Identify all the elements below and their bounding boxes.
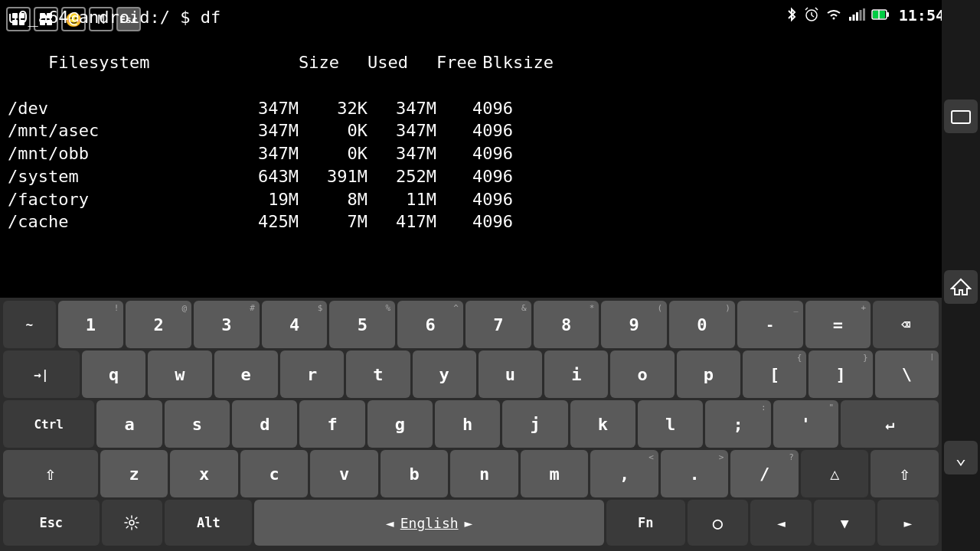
terminal-data-row-5: /cache425M7M417M4096	[8, 210, 934, 233]
col-blksize-header: Blksize	[477, 51, 554, 74]
key-backslash[interactable]: |\	[875, 350, 939, 398]
keyboard-row-bottom: Esc Alt ◄ English ► Fn ○ ◄ ▼ ►	[3, 500, 939, 546]
terminal-data-row-3: /system643M391M252M4096	[8, 165, 934, 188]
key-6[interactable]: ^6	[397, 301, 463, 348]
key-settings[interactable]	[102, 500, 163, 546]
key-l[interactable]: l	[638, 400, 703, 448]
key-7[interactable]: &7	[466, 301, 531, 348]
home-btn[interactable]	[944, 270, 978, 304]
key-p[interactable]: p	[677, 350, 740, 398]
key-q[interactable]: q	[82, 350, 145, 398]
key-y[interactable]: y	[413, 350, 476, 398]
lang-arrow-right[interactable]: ►	[465, 515, 473, 531]
key-3[interactable]: #3	[194, 301, 260, 348]
terminal-output[interactable]: u0_a64@android:/ $ df FilesystemSizeUsed…	[0, 0, 942, 230]
key-j[interactable]: j	[502, 400, 567, 448]
key-4[interactable]: $4	[262, 301, 328, 348]
key-i[interactable]: i	[544, 350, 608, 398]
key-period[interactable]: >.	[661, 450, 729, 497]
svg-rect-22	[952, 111, 970, 123]
terminal-data-row-4: /factory19M8M11M4096	[8, 188, 934, 211]
terminal-data-row-1: /mnt/asec347M0K347M4096	[8, 119, 934, 142]
keyboard-row-asdf: Ctrl a s d f g h j k l :; "' ↵	[3, 400, 939, 448]
key-lbracket[interactable]: {[	[743, 350, 806, 398]
key-1[interactable]: !1	[58, 301, 124, 348]
key-m[interactable]: m	[521, 450, 589, 497]
svg-marker-23	[952, 279, 970, 295]
key-a[interactable]: a	[96, 400, 162, 448]
key-tab[interactable]: →|	[3, 350, 80, 398]
terminal-data-row-2: /mnt/obb347M0K347M4096	[8, 142, 934, 165]
key-w[interactable]: w	[148, 350, 211, 398]
key-z[interactable]: z	[100, 450, 168, 497]
key-n[interactable]: n	[450, 450, 518, 497]
terminal-data-rows: /dev347M32K347M4096/mnt/asec347M0K347M40…	[8, 97, 934, 233]
key-b[interactable]: b	[381, 450, 449, 497]
keyboard-row-qwerty: →| q w e r t y u i o p {[ }] |\	[3, 350, 939, 398]
key-rbracket[interactable]: }]	[808, 350, 872, 398]
key-s[interactable]: s	[165, 400, 230, 448]
right-sidebar: ⌄	[942, 0, 980, 551]
col-filesystem-header: Filesystem	[48, 51, 270, 74]
col-size-header: Size	[270, 51, 339, 74]
key-minus[interactable]: _-	[737, 301, 803, 348]
key-nav-down[interactable]: ▼	[814, 500, 875, 546]
key-g[interactable]: g	[368, 400, 433, 448]
key-f[interactable]: f	[299, 400, 364, 448]
terminal-data-row-0: /dev347M32K347M4096	[8, 97, 934, 120]
key-c[interactable]: c	[240, 450, 309, 497]
key-fn[interactable]: Fn	[606, 500, 685, 546]
svg-point-24	[129, 520, 134, 525]
lang-arrow-left[interactable]: ◄	[386, 515, 394, 531]
recent-apps-btn[interactable]	[944, 99, 978, 133]
key-x[interactable]: x	[170, 450, 238, 497]
key-u[interactable]: u	[479, 350, 542, 398]
key-shift-right[interactable]: ⇧	[871, 450, 939, 497]
key-d[interactable]: d	[232, 400, 297, 448]
key-8[interactable]: *8	[534, 301, 599, 348]
key-o[interactable]: o	[610, 350, 674, 398]
key-up-arrow[interactable]: △	[801, 450, 869, 497]
key-r[interactable]: r	[280, 350, 344, 398]
key-v[interactable]: v	[310, 450, 378, 497]
key-slash[interactable]: ?/	[730, 450, 799, 497]
key-nav-right[interactable]: ►	[877, 500, 939, 546]
keyboard-row-zxcv: ⇧ z x c v b n m <, >. ?/ △ ⇧	[3, 450, 939, 497]
key-t[interactable]: t	[346, 350, 410, 398]
key-tilde[interactable]: ~	[3, 301, 56, 348]
key-0[interactable]: )0	[669, 301, 735, 348]
key-esc[interactable]: Esc	[3, 500, 100, 546]
terminal-header-row: FilesystemSizeUsedFreeBlksize	[8, 29, 934, 97]
key-quote[interactable]: "'	[773, 400, 838, 448]
key-9[interactable]: (9	[601, 301, 667, 348]
key-enter[interactable]: ↵	[841, 400, 939, 448]
key-2[interactable]: @2	[126, 301, 191, 348]
language-label[interactable]: English	[400, 515, 459, 531]
key-semicolon[interactable]: :;	[705, 400, 770, 448]
key-shift-left[interactable]: ⇧	[3, 450, 98, 497]
col-used-header: Used	[339, 51, 408, 74]
collapse-btn[interactable]: ⌄	[944, 441, 978, 474]
keyboard-row-numbers: ~ !1 @2 #3 $4 %5 ^6 &7 *8 (9 )0 _- += ⌫	[3, 301, 939, 348]
key-h[interactable]: h	[435, 400, 500, 448]
key-ctrl[interactable]: Ctrl	[3, 400, 94, 448]
key-5[interactable]: %5	[329, 301, 395, 348]
col-free-header: Free	[408, 51, 477, 74]
key-circle[interactable]: ○	[688, 500, 749, 546]
key-e[interactable]: e	[214, 350, 278, 398]
key-equals[interactable]: +=	[805, 301, 871, 348]
key-backspace[interactable]: ⌫	[873, 301, 939, 348]
key-nav-left[interactable]: ◄	[750, 500, 812, 546]
key-comma[interactable]: <,	[590, 450, 658, 497]
spacebar-area[interactable]: ◄ English ►	[254, 500, 603, 546]
key-k[interactable]: k	[570, 400, 635, 448]
key-alt[interactable]: Alt	[165, 500, 252, 546]
terminal-prompt: u0_a64@android:/ $ df	[8, 6, 934, 29]
keyboard[interactable]: ~ !1 @2 #3 $4 %5 ^6 &7 *8 (9 )0 _- += ⌫ …	[0, 298, 942, 551]
